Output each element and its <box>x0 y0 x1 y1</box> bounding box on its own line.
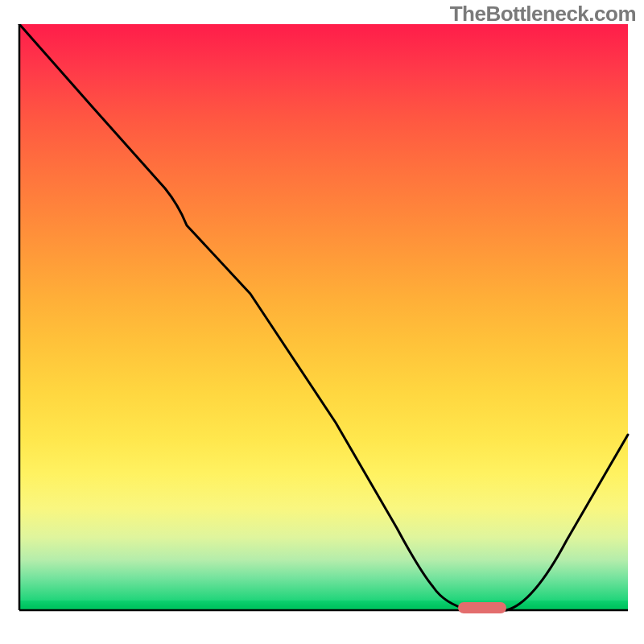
chart-svg <box>18 24 630 633</box>
bottleneck-curve <box>19 24 628 610</box>
plot-area <box>18 24 630 633</box>
chart-container: TheBottleneck.com <box>0 0 644 644</box>
optimal-marker <box>458 602 506 613</box>
watermark-text: TheBottleneck.com <box>450 2 636 27</box>
